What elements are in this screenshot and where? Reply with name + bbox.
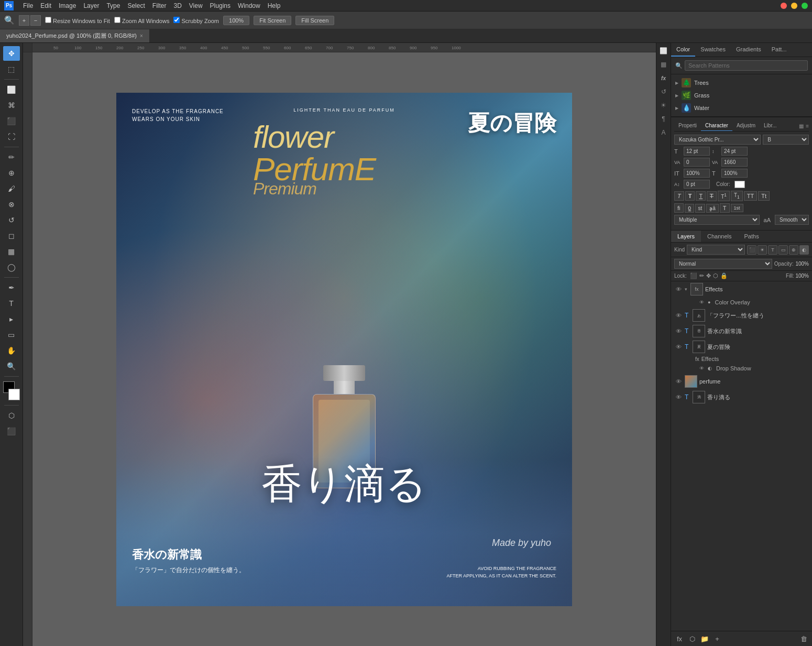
layer-item-effects-group[interactable]: 👁 ▾ fx Effects xyxy=(671,281,812,297)
pattern-item-grass[interactable]: ▶ 🌿 Grass xyxy=(671,89,812,102)
zoom-value-btn[interactable]: 100% xyxy=(223,16,249,25)
clone-stamp-tool[interactable]: ⊗ xyxy=(3,197,20,212)
zoom-all-checkbox-label[interactable]: Zoom All Windows xyxy=(114,17,170,24)
background-color[interactable] xyxy=(8,389,20,400)
filter-type-icon[interactable]: T xyxy=(768,245,777,255)
subscript-btn[interactable]: T1 xyxy=(731,191,743,201)
superscript-btn[interactable]: T1 xyxy=(718,191,730,201)
lock-position-icon[interactable]: ✥ xyxy=(706,272,711,279)
smooth-select[interactable]: Smooth xyxy=(775,215,809,225)
strikethrough-btn[interactable]: T̶ xyxy=(707,191,717,201)
layer-visibility-text2[interactable]: 👁 xyxy=(674,327,683,335)
layer-effect-color-overlay[interactable]: 👁 ● Color Overlay xyxy=(671,297,812,308)
resize-windows-checkbox-label[interactable]: Resize Windows to Fit xyxy=(45,17,110,24)
lock-all-icon[interactable]: 🔒 xyxy=(720,272,728,279)
tab-patterns[interactable]: Patt... xyxy=(766,43,792,57)
layer-item-text2[interactable]: 👁 T 香 香水の新常識 xyxy=(671,323,812,339)
lock-transparency-icon[interactable]: ⬛ xyxy=(690,272,697,279)
leading-input[interactable] xyxy=(721,147,748,156)
layer-effect-drop-shadow[interactable]: 👁 ◐ Drop Shadow xyxy=(671,363,812,374)
canvas-scroll-area[interactable]: DEVELOP AS THE FRAGRANCE WEARS ON YOUR S… xyxy=(32,52,656,646)
document-tab[interactable]: yuho2024_Perfume.psd @ 100% (図層 0, RGB/8… xyxy=(0,29,150,42)
menu-type[interactable]: Type xyxy=(106,2,120,9)
color-swatch-char[interactable] xyxy=(734,181,745,188)
lock-artboard-icon[interactable]: ⬡ xyxy=(713,272,718,279)
filter-toggle[interactable]: ◐ xyxy=(799,245,809,255)
tab-channels[interactable]: Channels xyxy=(701,231,738,242)
tab-properties[interactable]: Properti xyxy=(674,121,701,131)
menu-edit[interactable]: Edit xyxy=(40,2,51,9)
color-overlay-visibility[interactable]: 👁 xyxy=(697,298,706,306)
kerning-input[interactable] xyxy=(684,158,710,167)
fit-screen-btn[interactable]: Fit Screen xyxy=(254,16,291,25)
gradient-tool[interactable]: ▦ xyxy=(3,244,20,259)
bold-btn[interactable]: T xyxy=(685,191,695,201)
layer-visibility-text4[interactable]: 👁 xyxy=(674,393,683,401)
pen-tool[interactable]: ✒ xyxy=(3,280,20,295)
history-icon[interactable]: ↺ xyxy=(658,86,670,97)
fx-icon[interactable]: fx xyxy=(658,72,670,84)
menu-layer[interactable]: Layer xyxy=(83,2,99,9)
pattern-item-water[interactable]: ▶ 💧 Water xyxy=(671,102,812,114)
font-weight-select[interactable]: B xyxy=(763,135,809,145)
screen-mode-btn[interactable]: ⬛ xyxy=(3,424,20,439)
menu-filter[interactable]: Filter xyxy=(152,2,167,9)
smallcaps-btn[interactable]: Tt xyxy=(758,191,770,201)
spot-healing-tool[interactable]: ⊕ xyxy=(3,166,20,180)
eyedropper-tool[interactable]: ✏ xyxy=(3,150,20,165)
menu-plugins[interactable]: Plugins xyxy=(210,2,231,9)
fill-screen-btn[interactable]: Fill Screen xyxy=(295,16,334,25)
hand-tool[interactable]: ✋ xyxy=(3,343,20,358)
scale-h-input[interactable] xyxy=(684,169,710,178)
zoom-out-btn[interactable]: − xyxy=(30,15,41,26)
tab-paths[interactable]: Paths xyxy=(738,231,765,242)
oldstyle-btn[interactable]: 0̲ xyxy=(685,204,694,213)
tab-layers[interactable]: Layers xyxy=(671,231,701,242)
layer-item-text1[interactable]: 👁 T あ 「フラワー...性を纏う xyxy=(671,308,812,323)
tab-swatches[interactable]: Swatches xyxy=(695,43,731,57)
color-icon[interactable]: ⬜ xyxy=(658,45,670,57)
layer-visibility-text1[interactable]: 👁 xyxy=(674,311,683,320)
opacity-value[interactable]: 100% xyxy=(795,261,809,267)
ordinal-btn[interactable]: 1st xyxy=(731,204,743,212)
menu-view[interactable]: View xyxy=(189,2,203,9)
delete-layer-btn[interactable]: 🗑 xyxy=(798,633,809,644)
history-brush-tool[interactable]: ↺ xyxy=(3,213,20,227)
scrubby-zoom-checkbox-label[interactable]: Scrubby Zoom xyxy=(173,17,219,24)
lock-pixels-icon[interactable]: ✏ xyxy=(699,272,704,279)
add-mask-btn[interactable]: ⬡ xyxy=(687,633,697,644)
anti-alias-select[interactable]: Multiple Sharp Crisp Strong Smooth xyxy=(674,215,760,225)
layer-visibility-effects[interactable]: 👁 xyxy=(674,285,683,293)
create-layer-btn[interactable]: + xyxy=(712,633,722,644)
lasso-tool[interactable]: ⌘ xyxy=(3,98,20,113)
tab-adjustments[interactable]: Adjustm xyxy=(732,121,760,131)
create-group-btn[interactable]: 📁 xyxy=(699,633,710,644)
menu-window[interactable]: Window xyxy=(238,2,260,9)
menu-file[interactable]: File xyxy=(23,2,33,9)
tab-character[interactable]: Character xyxy=(701,121,732,131)
discretionary-btn[interactable]: st xyxy=(695,204,706,213)
menu-help[interactable]: Help xyxy=(268,2,281,9)
drop-shadow-visibility[interactable]: 👁 xyxy=(697,364,706,373)
add-style-btn[interactable]: fx xyxy=(674,633,685,644)
type-tool[interactable]: T xyxy=(3,296,20,311)
char-icon-side[interactable]: A xyxy=(658,127,670,138)
object-selection-tool[interactable]: ⬛ xyxy=(3,114,20,128)
allcaps-btn[interactable]: TT xyxy=(744,191,757,201)
baseline-input[interactable] xyxy=(684,180,710,189)
dodge-tool[interactable]: ◯ xyxy=(3,260,20,275)
color-swatch[interactable] xyxy=(2,381,21,400)
menu-3d[interactable]: 3D xyxy=(173,2,181,9)
tab-close-btn[interactable]: × xyxy=(140,33,143,39)
menu-select[interactable]: Select xyxy=(127,2,145,9)
rectangle-shape-tool[interactable]: ▭ xyxy=(3,327,20,342)
swatches-icon[interactable]: ▦ xyxy=(658,59,670,70)
layer-visibility-perfume[interactable]: 👁 xyxy=(674,377,683,386)
layer-item-text4[interactable]: 👁 T 滴 香り滴る xyxy=(671,389,812,405)
filter-pixel-icon[interactable]: ⬛ xyxy=(747,245,756,255)
pattern-search-input[interactable] xyxy=(685,60,808,71)
filter-smart-icon[interactable]: ⊕ xyxy=(789,245,798,255)
path-selection-tool[interactable]: ▸ xyxy=(3,312,20,326)
brush-tool[interactable]: 🖌 xyxy=(3,181,20,196)
tracking-input[interactable] xyxy=(721,158,748,167)
